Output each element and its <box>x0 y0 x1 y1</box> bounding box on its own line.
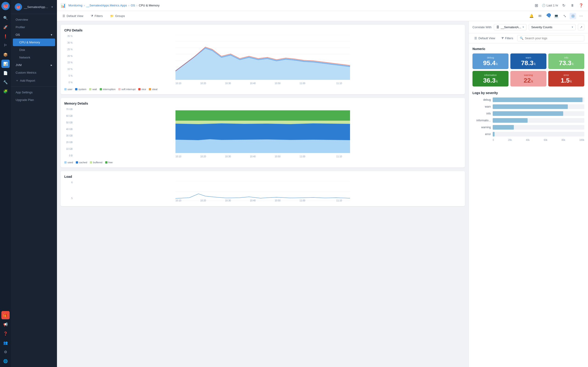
right-filters-label: Filters <box>505 36 513 40</box>
sidebar-app-selector[interactable]: 🐙 __SematextApps.M... ▼ <box>11 0 57 14</box>
sidebar-chevron-icon: ▼ <box>51 6 53 8</box>
icon-bar-search[interactable]: 🔍 <box>1 14 10 22</box>
bar-row-debug: debug <box>473 98 584 102</box>
icon-bar-file[interactable]: 📄 <box>1 69 10 77</box>
memory-legend: used cached buffered free <box>64 161 461 164</box>
icon-bar-chart[interactable]: 📊 <box>1 60 10 68</box>
toolbar-email-btn[interactable]: ✉ <box>536 13 543 19</box>
svg-text:10:10: 10:10 <box>175 155 181 158</box>
icon-bar-puzzle[interactable]: 🧩 <box>1 87 10 95</box>
toolbar-badge-btn[interactable]: 🔧 1 <box>545 13 551 19</box>
sidebar-item-disk[interactable]: Disk <box>11 46 57 54</box>
sidebar-item-os-label: OS <box>16 33 20 36</box>
topbar-chart-icon: 📊 <box>61 3 66 8</box>
time-label: Last 1 hr <box>546 4 558 7</box>
icon-bar-gift[interactable]: 🎁 <box>1 311 10 319</box>
external-link-btn[interactable]: ↗ <box>578 24 584 30</box>
toolbar-default-view-btn[interactable]: ☰ Default View <box>61 13 85 19</box>
right-panel-content: Numeric debug 95.4 k warn 78. <box>469 43 588 367</box>
sidebar-item-profiler[interactable]: Profiler <box>11 23 57 31</box>
content-area: CPU Details 35 % 30 % 25 % 20 % 15 % 10 … <box>57 21 588 367</box>
topbar-apps-grid-btn[interactable]: ⊞ <box>533 2 540 9</box>
sidebar-item-cpu-memory[interactable]: CPU & Memory <box>13 39 55 46</box>
sidebar-item-os[interactable]: OS ▾ <box>11 31 57 39</box>
memory-chart-title: Memory Details <box>64 102 461 105</box>
svg-marker-28 <box>175 139 350 153</box>
sidebar-item-upgrade-plan[interactable]: Upgrade Plan <box>11 96 57 104</box>
toolbar-groups-btn[interactable]: 📁 Groups <box>108 13 127 19</box>
right-search-icon: 🔍 <box>520 36 523 40</box>
toolbar-more-btn[interactable]: ⋯ <box>578 13 584 19</box>
topbar-time[interactable]: 🕐 Last 1 hr <box>542 4 558 7</box>
sidebar-item-overview[interactable]: Overview <box>11 16 57 23</box>
sidebar-item-add-report[interactable]: ＋ Add Report <box>11 76 57 85</box>
information-label: information <box>484 74 497 76</box>
bar-track-error <box>493 132 584 136</box>
severity-chevron-icon: ▾ <box>572 25 573 29</box>
bar-track-debug <box>493 98 584 102</box>
icon-bar-alert[interactable]: ❗ <box>1 32 10 40</box>
topbar-pause-btn[interactable]: ⏸ <box>569 2 576 9</box>
bar-label-warn: warn <box>473 105 491 108</box>
warn-label: warn <box>526 56 531 59</box>
icon-bar-logo[interactable]: 🐙 <box>1 2 10 10</box>
legend-nice: nice <box>138 88 146 91</box>
warning-label: warning <box>524 74 533 76</box>
icon-bar-megaphone[interactable]: 📢 <box>1 320 10 328</box>
icon-bar-network[interactable]: 🌐 <box>1 357 10 365</box>
memory-chart-card: Memory Details 70 GB 60 GB 50 GB 40 GB 3… <box>61 98 465 167</box>
right-search-box[interactable]: 🔍 <box>517 35 584 41</box>
icon-bar-help[interactable]: ❓ <box>1 329 10 338</box>
toolbar-filters-btn[interactable]: ⧩ Filters <box>89 13 104 19</box>
sidebar-item-network[interactable]: Network <box>11 54 57 61</box>
bar-chart: debug warn info <box>473 98 584 136</box>
topbar-refresh-btn[interactable]: ↻ <box>561 2 567 9</box>
sidebar-item-jvm-label: JVM <box>16 63 22 67</box>
toolbar-layout-btn[interactable]: ⊟ <box>570 13 576 19</box>
breadcrumb-app[interactable]: __SematextApps.Metrics.Apps <box>86 4 127 7</box>
severity-grid: debug 95.4 k warn 78.3 k <box>473 53 584 86</box>
load-chart-main: 10:10 10:20 10:30 10:40 10:50 11:00 11:1… <box>64 181 461 202</box>
legend-user: user <box>64 88 72 91</box>
load-chart-card: Load 6 5 <box>61 171 465 206</box>
right-panel-toolbar: ☰ Default View ⧩ Filters 🔍 <box>469 33 588 43</box>
error-label: error <box>564 74 569 76</box>
correlate-app-dropdown[interactable]: 🗄 __SematextA... ▾ <box>494 24 527 30</box>
sidebar-item-app-settings[interactable]: App Settings <box>11 89 57 96</box>
icon-bar-users[interactable]: 👥 <box>1 339 10 347</box>
right-default-view-btn[interactable]: ☰ Default View <box>473 35 497 41</box>
icon-bar-rocket[interactable]: 🚀 <box>1 23 10 31</box>
sidebar-item-jvm[interactable]: JVM ▸ <box>11 61 57 69</box>
icon-bar-settings[interactable]: ⚙ <box>1 348 10 356</box>
charts-panel: CPU Details 35 % 30 % 25 % 20 % 15 % 10 … <box>57 21 468 367</box>
topbar-help-btn[interactable]: ❓ <box>578 2 584 9</box>
svg-text:10:30: 10:30 <box>225 155 231 158</box>
toolbar-bell-btn[interactable]: 🔔 <box>528 13 535 19</box>
bar-label-error: error <box>473 133 491 136</box>
breadcrumb-monitoring[interactable]: Monitoring <box>69 4 82 7</box>
toolbar-expand-btn[interactable]: ⤡ <box>561 13 568 19</box>
legend-buffered: buffered <box>90 161 102 164</box>
breadcrumb-os[interactable]: OS <box>131 4 135 7</box>
cpu-chart-main: 10:10 10:20 10:30 10:40 10:50 11:00 11:1… <box>64 35 461 86</box>
sidebar-jvm-chevron: ▸ <box>51 63 52 67</box>
sidebar-app-name: __SematextApps.M... <box>24 5 49 9</box>
svg-text:10:50: 10:50 <box>275 199 280 202</box>
sidebar-item-disk-label: Disk <box>19 48 25 52</box>
correlate-app-name: __SematextA... <box>501 25 521 29</box>
severity-counts-dropdown[interactable]: Severity Counts ▾ <box>529 24 576 30</box>
right-search-input[interactable] <box>525 36 582 40</box>
toolbar-monitor-btn[interactable]: 💻 <box>553 13 560 19</box>
db-icon: 🗄 <box>496 25 499 29</box>
logs-section-title: Logs by severity <box>473 91 584 95</box>
icon-bar-filter[interactable]: 🔧 <box>1 78 10 86</box>
icon-bar-box[interactable]: 📦 <box>1 50 10 59</box>
right-filters-btn[interactable]: ⧩ Filters <box>499 35 515 41</box>
icon-bar-flag[interactable]: 🏳 <box>1 41 10 50</box>
legend-free: free <box>105 161 113 164</box>
cpu-svg: 10:10 10:20 10:30 10:40 10:50 11:00 11:1… <box>64 35 461 85</box>
legend-steal: steal <box>149 88 157 91</box>
bar-fill-information <box>493 118 527 123</box>
sidebar-item-custom-metrics[interactable]: Custom Metrics <box>11 69 57 76</box>
load-chart-title: Load <box>64 175 461 178</box>
